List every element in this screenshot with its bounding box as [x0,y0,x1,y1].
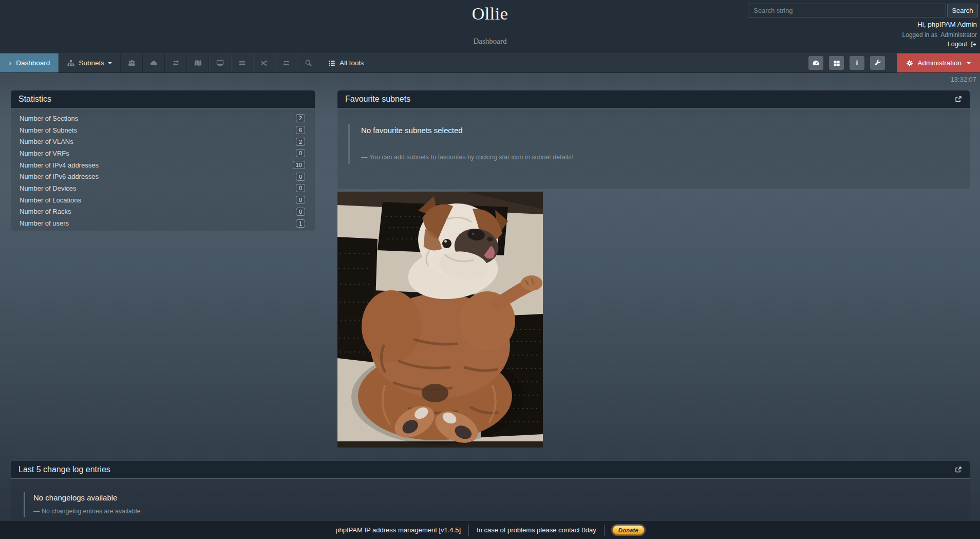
footer-divider [468,525,469,536]
changelog-blockquote: No changelogs available — No changelog e… [24,492,970,517]
caret-down-icon [967,62,971,64]
stat-label: Number of VRFs [20,150,69,157]
stat-label: Number of users [20,219,69,227]
search-icon [305,59,312,67]
th-large-icon [833,60,840,67]
gear-icon [906,60,913,67]
favourites-message: No favourite subnets selected [361,126,970,135]
nav-item-transfer[interactable] [275,53,297,72]
contact-text: In case of problems please contact 0day [477,526,596,534]
info-icon [854,60,860,66]
changelog-message: No changelogs available [33,493,970,502]
stat-label: Number of IPv6 addresses [20,173,99,180]
statistics-body: Number of Sections2 Number of Subnets6 N… [11,108,315,232]
nav-item-exchange[interactable] [165,53,187,72]
stat-badge: 0 [296,208,305,216]
changelog-header: Last 5 change log entries [11,461,970,479]
shuffle-icon [260,59,268,67]
search-button[interactable]: Search [947,4,978,17]
favourite-subnets-header: Favourite subnets [337,90,970,108]
changelog-panel: Last 5 change log entries No changelogs … [11,461,970,521]
stat-badge: 2 [296,114,305,122]
logout-icon [970,41,977,48]
changelog-title: Last 5 change log entries [18,465,110,474]
donate-button[interactable]: Donate [612,525,645,535]
external-link-icon[interactable] [955,466,962,473]
external-link-icon[interactable] [955,96,962,103]
stat-row: Number of VLANs2 [11,136,315,147]
logout-link[interactable]: Logout [948,41,977,48]
stat-row: Number of IPv4 addresses10 [11,159,315,171]
nav-right-group: Administration [808,53,980,72]
nav-all-tools-label: All tools [340,59,364,67]
nav-left-group: › Dashboard Subnets [0,53,372,72]
th-list-icon [328,60,335,67]
nav-item-shuffle[interactable] [253,53,275,72]
stat-badge: 6 [296,126,305,134]
favourite-subnets-title: Favourite subnets [345,95,410,104]
stat-row: Number of Racks0 [11,206,315,218]
footer-bar: phpIPAM IP address management [v1.4.5] I… [0,521,980,539]
favourites-hint: — You can add subnets to favourites by c… [361,154,970,161]
align-justify-icon [238,59,246,67]
caret-down-icon [108,62,112,64]
user-greeting: Hi, phpIPAM Admin [917,21,977,28]
stat-label: Number of Locations [20,196,81,204]
bulldog-on-checkered-rug [337,192,543,448]
statistics-panel: Statistics Number of Sections2 Number of… [11,90,315,231]
stat-row: Number of Devices0 [11,182,315,194]
logout-label: Logout [948,41,967,48]
info-button[interactable] [850,56,864,70]
exchange-icon [172,59,180,67]
stat-badge: 0 [296,196,305,204]
dog-photo [337,192,543,448]
nav-item-cloud[interactable] [143,53,165,72]
exchange-icon [282,59,290,67]
wrench-icon [874,60,881,67]
stat-label: Number of VLANs [20,138,73,145]
search-input[interactable] [748,4,946,17]
widgets-button[interactable] [829,56,844,70]
dashboard-view-button[interactable] [808,56,823,70]
changelog-hint: — No changelog entries are available [33,508,970,515]
nav-item-users[interactable] [121,53,143,72]
nav-item-subnets[interactable]: Subnets [59,53,121,72]
nav-item-map[interactable] [187,53,209,72]
stat-badge: 0 [296,149,305,157]
login-status: Logged in asAdministrator [902,31,977,39]
stat-row: Number of Subnets6 [11,124,315,136]
desktop-icon [216,59,224,67]
map-icon [194,59,202,67]
gauge-icon [812,59,820,67]
nav-item-list[interactable] [231,53,253,72]
stat-row: Number of VRFs0 [11,147,315,159]
stat-badge: 0 [296,184,305,192]
sitemap-icon [67,60,74,67]
stat-label: Number of IPv4 addresses [20,161,99,169]
administration-label: Administration [917,59,962,67]
statistics-panel-header: Statistics [11,90,315,108]
nav-item-dashboard[interactable]: › Dashboard [0,53,59,72]
nav-item-devices[interactable] [209,53,231,72]
nav-subnets-label: Subnets [79,59,104,67]
login-status-prefix: Logged in as [902,31,938,39]
stat-badge: 0 [296,173,305,181]
clock: 13:32:07 [950,76,976,83]
stat-badge: 2 [296,138,305,146]
nav-item-all-tools[interactable]: All tools [319,53,372,72]
statistics-title: Statistics [18,95,51,104]
stat-badge: 10 [293,161,305,169]
stat-row: Number of IPv6 addresses0 [11,171,315,182]
tools-button[interactable] [870,56,885,70]
users-icon [128,59,136,67]
administration-button[interactable]: Administration [897,53,980,72]
stat-label: Number of Subnets [20,126,77,134]
nav-dashboard-label: Dashboard [16,59,50,67]
page-subtitle: Dashboard [0,37,980,46]
main-navbar: › Dashboard Subnets [0,53,980,73]
stat-label: Number of Sections [20,115,78,122]
chevron-right-icon: › [9,59,11,67]
nav-item-search[interactable] [297,53,319,72]
stat-badge: 1 [296,219,305,228]
version-text: phpIPAM IP address management [v1.4.5] [335,526,461,534]
